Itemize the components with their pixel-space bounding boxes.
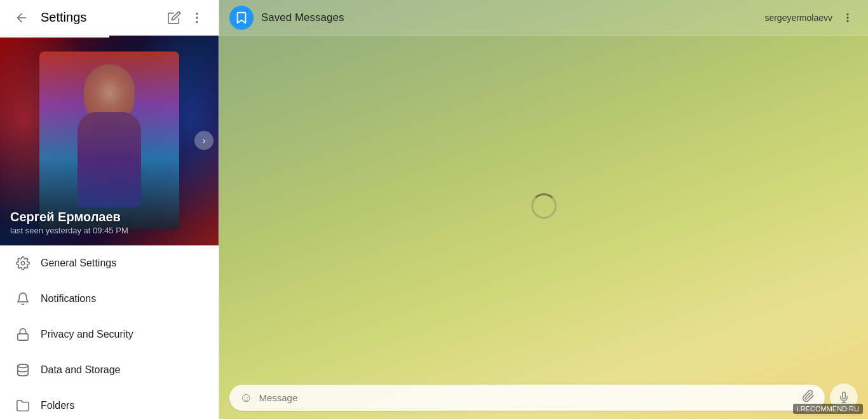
message-input-container: ☺ [229,385,825,411]
folders-label: Folders [41,400,74,411]
svg-point-2 [196,21,198,22]
message-bar: ☺ [219,376,868,419]
message-input[interactable] [259,392,796,403]
svg-point-5 [18,364,29,368]
svg-point-0 [196,13,198,14]
sidebar-item-general[interactable]: General Settings [0,245,219,281]
sidebar: Settings › Сергей Ермолаев last seen yes… [0,0,219,419]
svg-point-8 [847,20,848,22]
profile-name: Сергей Ермолаев [10,210,128,224]
settings-menu: General Settings Notifications Privacy a… [0,245,219,419]
sidebar-item-folders[interactable]: Folders [0,388,219,419]
profile-status: last seen yesterday at 09:45 PM [10,226,128,235]
privacy-security-label: Privacy and Security [41,329,133,340]
more-options-button[interactable] [186,6,208,29]
sidebar-item-data[interactable]: Data and Storage [0,352,219,388]
notifications-label: Notifications [41,293,96,305]
general-settings-label: General Settings [41,258,116,269]
attach-button[interactable] [802,390,815,406]
sidebar-header: Settings [0,0,219,36]
profile-face [39,52,179,230]
svg-point-7 [847,17,848,18]
chat-area [219,36,868,376]
header-username: sergeyermolaevv [764,13,832,23]
database-icon [10,363,36,377]
profile-info: Сергей Ермолаев last seen yesterday at 0… [10,210,128,235]
main-panel: Saved Messages sergeyermolaevv ☺ i.RECOM… [219,0,868,419]
gear-icon [10,256,36,270]
edit-button[interactable] [163,6,186,29]
svg-rect-4 [18,334,29,340]
back-button[interactable] [10,6,33,29]
data-storage-label: Data and Storage [41,364,120,376]
svg-point-1 [196,17,198,18]
chat-title: Saved Messages [261,11,764,24]
emoji-button[interactable]: ☺ [240,390,252,405]
story-progress-bar [0,36,109,38]
profile-banner[interactable]: › Сергей Ермолаев last seen yesterday at… [0,36,219,245]
svg-point-3 [21,261,25,265]
mic-button[interactable] [830,383,858,411]
folder-icon [10,399,36,413]
main-header: Saved Messages sergeyermolaevv [219,0,868,36]
chat-avatar [229,6,254,30]
header-more-button[interactable] [837,8,858,28]
sidebar-item-notifications[interactable]: Notifications [0,281,219,317]
loading-spinner [531,193,557,219]
bell-icon [10,292,36,306]
settings-title: Settings [41,10,163,25]
lock-icon [10,327,36,341]
svg-point-6 [847,13,848,15]
sidebar-item-privacy[interactable]: Privacy and Security [0,317,219,352]
story-next-button[interactable]: › [194,131,214,150]
